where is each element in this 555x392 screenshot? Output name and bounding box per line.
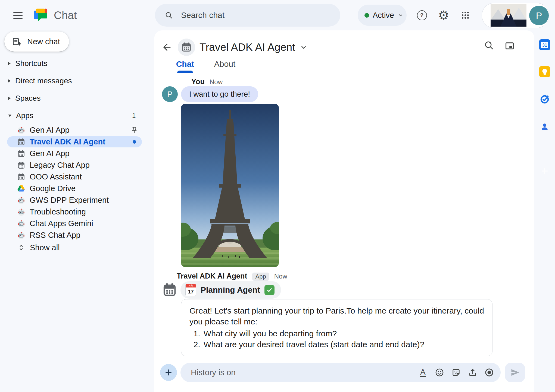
google-keep-button[interactable]: [539, 66, 551, 78]
emoji-button[interactable]: [434, 366, 445, 378]
app-item-label: GWS DPP Experiment: [30, 196, 109, 205]
unread-dot: [133, 140, 136, 144]
sender-name: You: [191, 78, 205, 86]
section-label: Spaces: [15, 94, 40, 103]
calendar-icon: [181, 42, 192, 53]
google-contacts-button[interactable]: [539, 121, 551, 133]
robot-icon: [17, 126, 26, 135]
sidebar-app-item[interactable]: Chat Apps Gemini: [0, 218, 154, 229]
apps-grid-icon: [461, 11, 470, 20]
sidebar-app-item[interactable]: Travel ADK AI Agent: [0, 136, 154, 148]
message-time: Now: [274, 273, 287, 280]
show-all-button[interactable]: Show all: [0, 241, 154, 254]
page-title: Travel ADK AI Agent: [199, 41, 295, 53]
message-input[interactable]: History is on A: [180, 363, 501, 382]
settings-button[interactable]: ⚙: [437, 9, 450, 22]
new-chat-button[interactable]: New chat: [4, 31, 69, 52]
top-bar: Chat Search chat Active ? ⚙: [0, 0, 555, 30]
add-attachment-button[interactable]: [160, 364, 177, 381]
robot-icon: [17, 219, 26, 228]
app-item-label: RSS Chat App: [30, 231, 80, 240]
new-chat-icon: [12, 37, 22, 46]
record-icon: [484, 368, 494, 377]
record-video-button[interactable]: [483, 366, 495, 378]
format-icon: A: [420, 368, 426, 377]
google-calendar-button[interactable]: 31: [539, 39, 551, 51]
calendar-icon: [17, 173, 26, 181]
search-icon: [484, 40, 494, 50]
search-input[interactable]: Search chat: [155, 4, 340, 27]
upload-button[interactable]: [467, 366, 479, 378]
user-avatar: P: [162, 86, 178, 102]
sidebar-app-item[interactable]: Gen AI App: [0, 148, 154, 159]
app-badge: App: [252, 273, 269, 281]
back-button[interactable]: [161, 41, 173, 53]
app-item-label: Legacy Chat App: [30, 161, 90, 170]
search-in-chat-button[interactable]: [483, 39, 495, 52]
sidebar-section-apps[interactable]: Apps 1: [0, 107, 154, 124]
google-apps-button[interactable]: [459, 9, 472, 22]
gif-sticker-button[interactable]: [450, 366, 462, 378]
calendar-icon: [17, 161, 26, 170]
side-panel-rail: 31: [534, 30, 555, 392]
chat-app-avatar: [178, 39, 195, 56]
sidebar-app-item[interactable]: Legacy Chat App: [0, 159, 154, 171]
sender-name: Travel ADK AI Agent: [177, 272, 247, 280]
section-label: Direct messages: [15, 77, 72, 85]
search-icon: [165, 11, 173, 19]
plus-icon: [540, 166, 549, 176]
emoji-icon: [435, 368, 444, 377]
collapse-arrow-icon: [8, 115, 11, 117]
google-chat-logo-icon: [33, 7, 48, 23]
google-tasks-button[interactable]: [539, 93, 551, 105]
sidebar-app-item[interactable]: GWS DPP Experiment: [0, 194, 154, 206]
app-item-label: Travel ADK AI Agent: [30, 137, 105, 146]
user-message-bubble: I want to go there!: [181, 86, 258, 102]
agent-question: What city will you be departing from?: [202, 328, 484, 339]
sidebar-section-direct-messages[interactable]: Direct messages: [0, 72, 154, 90]
chat-panel: Travel ADK AI Agent Chat About You Now P…: [154, 30, 534, 392]
sidebar-app-item[interactable]: Google Drive: [0, 183, 154, 194]
sidebar-app-item[interactable]: Gen AI App: [0, 124, 154, 136]
sidebar-section-shortcuts[interactable]: Shortcuts: [0, 55, 154, 72]
workspace-artwork: [491, 4, 526, 27]
open-in-window-button[interactable]: [503, 40, 516, 52]
eiffel-tower-image[interactable]: [181, 104, 279, 267]
app-item-label: Troubleshooting: [30, 207, 86, 216]
app-item-label: OOO Assistant: [30, 172, 82, 181]
unfold-more-icon: [17, 244, 25, 251]
avatar: P: [529, 6, 549, 25]
send-icon: [510, 368, 520, 377]
google-tasks-icon: [540, 94, 550, 104]
sidebar-section-spaces[interactable]: Spaces: [0, 90, 154, 107]
sidebar-app-item[interactable]: OOO Assistant: [0, 171, 154, 183]
app-item-label: Gen AI App: [30, 126, 70, 135]
google-calendar-icon: 31: [539, 39, 550, 50]
collapse-arrow-icon: [8, 62, 11, 65]
sidebar-app-item[interactable]: RSS Chat App: [0, 229, 154, 241]
app-item-label: Chat Apps Gemini: [30, 219, 93, 228]
message-sender-line: You Now: [191, 78, 223, 86]
send-button[interactable]: [505, 363, 525, 382]
active-status-dot: [364, 13, 369, 18]
message-time: Now: [210, 78, 223, 86]
tab-chat[interactable]: Chat: [170, 58, 200, 71]
add-apps-button[interactable]: [539, 165, 551, 177]
check-done-icon: [264, 285, 275, 295]
account-button[interactable]: P: [482, 3, 549, 28]
help-button[interactable]: ?: [415, 9, 428, 22]
format-text-button[interactable]: A: [417, 366, 429, 378]
tab-about[interactable]: About: [208, 58, 242, 71]
main-menu-icon[interactable]: [13, 10, 23, 21]
gear-icon: ⚙: [438, 9, 449, 21]
status-selector[interactable]: Active: [358, 5, 407, 26]
help-icon: ?: [417, 10, 427, 20]
agent-avatar-calendar-icon: [162, 282, 177, 298]
sticker-icon: [451, 368, 461, 377]
back-arrow-icon: [161, 42, 172, 53]
compose-placeholder: History is on: [191, 368, 412, 377]
robot-icon: [17, 208, 26, 216]
plus-icon: [164, 368, 173, 377]
sidebar-app-item[interactable]: Troubleshooting: [0, 206, 154, 218]
new-chat-label: New chat: [27, 37, 60, 46]
